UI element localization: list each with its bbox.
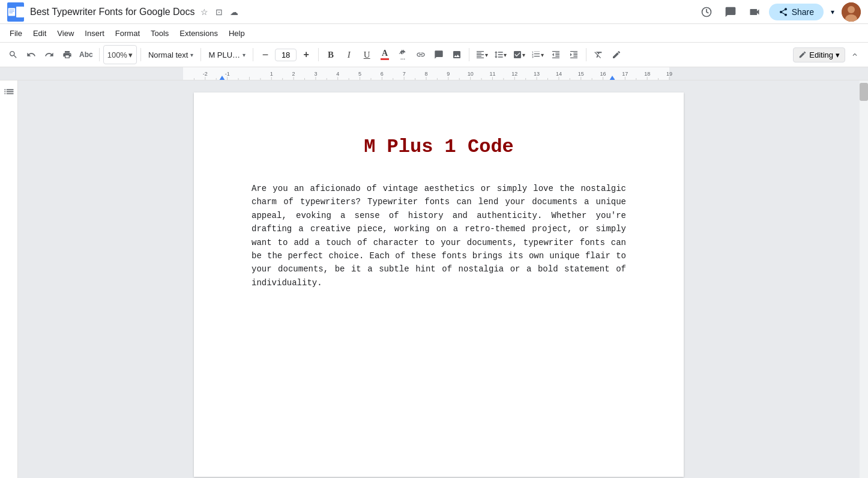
menu-help[interactable]: Help: [224, 26, 250, 40]
menu-edit[interactable]: Edit: [28, 26, 51, 40]
title-section: Best Typewriter Fonts for Google Docs ☆ …: [30, 6, 697, 18]
avatar: [842, 2, 861, 22]
svg-point-7: [848, 6, 855, 13]
menu-tools[interactable]: Tools: [146, 26, 173, 40]
search-button[interactable]: [5, 45, 22, 64]
menu-bar: File Edit View Insert Format Tools Exten…: [0, 24, 868, 42]
title-icons: ☆ ⊡ ☁: [198, 6, 241, 18]
highlight-button[interactable]: [394, 45, 411, 64]
clear-format-button[interactable]: [590, 45, 607, 64]
zoom-value: 100%: [107, 50, 127, 59]
zoom-arrow: ▾: [128, 50, 133, 59]
menu-extensions[interactable]: Extensions: [175, 26, 223, 40]
list-button[interactable]: ▾: [529, 45, 546, 64]
image-button[interactable]: [448, 45, 465, 64]
document-page: M Plus 1 Code Are you an aficionado of v…: [194, 92, 684, 477]
divider-3: [200, 48, 201, 61]
spell-edit-button[interactable]: [608, 45, 625, 64]
font-size-increase[interactable]: +: [298, 45, 315, 64]
ruler: [0, 67, 868, 80]
menu-file[interactable]: File: [5, 26, 27, 40]
font-selector[interactable]: M PLU… ▾: [205, 48, 249, 62]
print-button[interactable]: [59, 45, 76, 64]
menu-format[interactable]: Format: [110, 26, 145, 40]
doc-title-row: Best Typewriter Fonts for Google Docs ☆ …: [30, 6, 697, 18]
ruler-canvas: [0, 67, 868, 80]
collapse-toolbar-button[interactable]: [846, 45, 863, 64]
text-color-button[interactable]: A: [376, 45, 393, 64]
toolbar: Abc 100% ▾ Normal text ▾ M PLU… ▾ − + B …: [0, 42, 868, 67]
share-label: Share: [792, 7, 814, 17]
bold-button[interactable]: B: [322, 45, 339, 64]
move-button[interactable]: ⊡: [213, 6, 225, 18]
outline-toggle-button[interactable]: [1, 85, 17, 105]
font-size-area: − +: [257, 45, 315, 64]
star-button[interactable]: ☆: [198, 6, 211, 18]
redo-button[interactable]: [41, 45, 58, 64]
docs-icon: [7, 2, 24, 22]
style-selector[interactable]: Normal text ▾: [145, 48, 197, 62]
font-size-decrease[interactable]: −: [257, 45, 274, 64]
document-body[interactable]: Are you an aficionado of vintage aesthet…: [252, 182, 626, 289]
document-heading: M Plus 1 Code: [252, 136, 626, 158]
editing-mode-button[interactable]: Editing ▾: [793, 47, 845, 62]
title-bar: Best Typewriter Fonts for Google Docs ☆ …: [0, 0, 868, 24]
menu-view[interactable]: View: [52, 26, 79, 40]
document-area[interactable]: M Plus 1 Code Are you an aficionado of v…: [18, 80, 860, 478]
main-area: M Plus 1 Code Are you an aficionado of v…: [0, 80, 868, 478]
divider-7: [586, 48, 586, 61]
align-button[interactable]: ▾: [473, 45, 490, 64]
italic-button[interactable]: I: [340, 45, 357, 64]
share-button[interactable]: Share: [769, 4, 824, 20]
indent-increase-button[interactable]: [565, 45, 582, 64]
editing-label: Editing: [809, 50, 833, 59]
underline-button[interactable]: U: [358, 45, 375, 64]
divider-5: [318, 48, 319, 61]
font-arrow: ▾: [243, 52, 246, 58]
editing-arrow: ▾: [836, 50, 840, 59]
menu-insert[interactable]: Insert: [80, 26, 109, 40]
divider-2: [140, 48, 141, 61]
spellcheck-button[interactable]: Abc: [77, 45, 95, 64]
style-label: Normal text: [148, 50, 188, 59]
history-button[interactable]: [697, 2, 716, 22]
zoom-selector[interactable]: 100% ▾: [103, 45, 137, 64]
divider-1: [99, 48, 100, 61]
style-arrow: ▾: [190, 52, 193, 58]
cloud-status-button[interactable]: ☁: [228, 6, 241, 18]
link-button[interactable]: [412, 45, 429, 64]
divider-4: [253, 48, 253, 61]
doc-title-text: Best Typewriter Fonts for Google Docs: [30, 7, 194, 17]
comments-button[interactable]: [721, 2, 740, 22]
right-actions: Share ▾: [697, 2, 861, 22]
svg-rect-2: [9, 9, 14, 10]
font-size-input[interactable]: [275, 49, 297, 61]
line-spacing-button[interactable]: ▾: [492, 45, 509, 64]
svg-rect-3: [9, 11, 14, 11]
indent-decrease-button[interactable]: [547, 45, 564, 64]
comment-inline-button[interactable]: [430, 45, 447, 64]
right-scrollbar[interactable]: [860, 80, 868, 478]
checklist-button[interactable]: ▾: [510, 45, 528, 64]
svg-rect-4: [9, 12, 13, 13]
font-label: M PLU…: [208, 50, 240, 59]
divider-6: [469, 48, 469, 61]
left-sidebar: [0, 80, 18, 478]
share-dropdown-button[interactable]: ▾: [828, 8, 837, 16]
undo-button[interactable]: [23, 45, 40, 64]
meet-button[interactable]: [745, 2, 764, 22]
svg-rect-1: [8, 8, 16, 16]
